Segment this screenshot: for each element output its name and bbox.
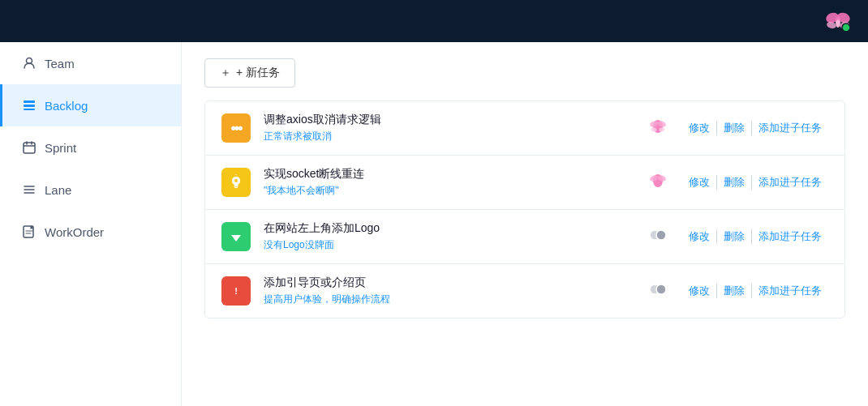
task-info-4: 添加引导页或介绍页 提高用户体验，明确操作流程: [264, 276, 634, 306]
sidebar-item-team-label: Team: [45, 57, 75, 71]
add-task-label: + 新任务: [236, 66, 280, 80]
task-avatar-1: [647, 115, 669, 141]
task-delete-btn-2[interactable]: 删除: [717, 175, 752, 190]
edit-icon: [22, 224, 37, 239]
task-icon-4: !: [221, 276, 251, 306]
sidebar-item-lane[interactable]: Lane: [0, 169, 181, 211]
sidebar-item-lane-label: Lane: [45, 183, 71, 197]
task-desc-4: 提高用户体验，明确操作流程: [264, 293, 634, 306]
task-add-subtask-btn-1[interactable]: 添加进子任务: [752, 121, 828, 135]
table-row: ••• 调整axios取消请求逻辑 正常请求被取消 修改: [205, 101, 844, 156]
task-icon-3: [221, 222, 251, 251]
task-add-subtask-btn-2[interactable]: 添加进子任务: [752, 175, 828, 190]
task-title-3: 在网站左上角添加Logo: [264, 221, 634, 236]
svg-rect-19: [234, 187, 238, 188]
sidebar-item-backlog-label: Backlog: [45, 99, 88, 113]
sidebar-item-sprint[interactable]: Sprint: [0, 126, 181, 169]
svg-point-5: [842, 24, 850, 32]
person-icon: [22, 56, 37, 71]
task-add-subtask-btn-4[interactable]: 添加进子任务: [752, 284, 828, 298]
task-info-1: 调整axios取消请求逻辑 正常请求被取消: [264, 113, 634, 143]
task-edit-btn-4[interactable]: 修改: [682, 284, 717, 298]
svg-text:!: !: [234, 286, 238, 296]
avatar-butterfly: [821, 4, 855, 38]
svg-rect-9: [24, 109, 35, 110]
task-actions-4: 修改 删除 添加进子任务: [682, 284, 828, 298]
sidebar-item-sprint-label: Sprint: [45, 141, 76, 155]
sidebar-item-workorder-label: WorkOrder: [45, 225, 104, 239]
sidebar-item-team[interactable]: Team: [0, 42, 181, 84]
task-actions-3: 修改 删除 添加进子任务: [682, 229, 828, 244]
task-avatar-4: [647, 278, 669, 304]
app-layout: Team Backlog Sprint: [0, 42, 868, 406]
task-actions-1: 修改 删除 添加进子任务: [682, 121, 828, 135]
svg-point-21: [234, 179, 238, 182]
task-actions-2: 修改 删除 添加进子任务: [682, 175, 828, 190]
task-list: ••• 调整axios取消请求逻辑 正常请求被取消 修改: [204, 100, 845, 318]
task-desc-1: 正常请求被取消: [264, 130, 634, 143]
svg-rect-18: [234, 186, 238, 187]
header: [0, 0, 868, 42]
task-desc-2: "我本地不会断啊": [264, 184, 634, 198]
main-content: ＋ + 新任务 ••• 调整axios取消请求逻辑 正常请求被取消: [182, 42, 868, 406]
task-delete-btn-1[interactable]: 删除: [717, 121, 752, 135]
task-title-1: 调整axios取消请求逻辑: [264, 113, 634, 127]
task-title-2: 实现socket断线重连: [264, 167, 634, 182]
task-edit-btn-2[interactable]: 修改: [682, 175, 717, 190]
task-delete-btn-3[interactable]: 删除: [717, 229, 752, 244]
plus-icon: ＋: [220, 66, 231, 80]
svg-rect-8: [24, 105, 35, 107]
sidebar-item-backlog[interactable]: Backlog: [0, 84, 181, 126]
task-edit-btn-3[interactable]: 修改: [682, 229, 717, 244]
sidebar: Team Backlog Sprint: [0, 42, 182, 406]
task-icon-1: •••: [221, 113, 251, 143]
task-avatar-2: [647, 169, 669, 195]
avatar-group[interactable]: [821, 4, 855, 38]
task-info-2: 实现socket断线重连 "我本地不会断啊": [264, 167, 634, 198]
task-icon-2: [221, 168, 251, 197]
table-row: ! 添加引导页或介绍页 提高用户体验，明确操作流程 修改 删除 添加进子任务: [205, 264, 844, 318]
svg-rect-7: [24, 100, 35, 103]
task-desc-3: 没有Logo没牌面: [264, 238, 634, 252]
svg-rect-10: [24, 143, 35, 153]
add-task-button[interactable]: ＋ + 新任务: [204, 58, 295, 88]
lane-icon: [22, 182, 37, 197]
calendar-icon: [22, 140, 37, 155]
table-row: 实现socket断线重连 "我本地不会断啊" 修改 删除 添加进子任务: [205, 156, 844, 210]
task-info-3: 在网站左上角添加Logo 没有Logo没牌面: [264, 221, 634, 252]
task-delete-btn-4[interactable]: 删除: [717, 284, 752, 298]
svg-point-26: [656, 230, 666, 240]
task-edit-btn-1[interactable]: 修改: [682, 121, 717, 135]
svg-point-30: [656, 284, 666, 294]
table-row: 在网站左上角添加Logo 没有Logo没牌面 修改 删除 添加进子任务: [205, 210, 844, 264]
task-title-4: 添加引导页或介绍页: [264, 276, 634, 290]
task-avatar-3: [647, 224, 669, 250]
sidebar-item-workorder[interactable]: WorkOrder: [0, 211, 181, 253]
backlog-icon: [22, 98, 37, 113]
task-add-subtask-btn-3[interactable]: 添加进子任务: [752, 229, 828, 244]
svg-point-2: [826, 21, 837, 30]
